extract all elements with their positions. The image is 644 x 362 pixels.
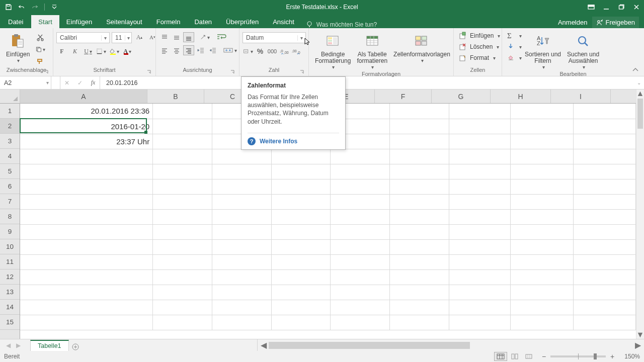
cell[interactable] [331, 224, 390, 239]
clipboard-dialog-launcher[interactable] [44, 69, 50, 75]
cell[interactable] [153, 134, 212, 149]
row-header[interactable]: 8 [0, 209, 20, 224]
cell[interactable] [573, 134, 635, 149]
underline-button[interactable]: U▾ [83, 46, 94, 56]
cell[interactable] [449, 315, 510, 330]
merge-center-button[interactable]: ▾ [222, 45, 237, 55]
cell[interactable] [510, 285, 573, 300]
cell[interactable] [20, 300, 153, 315]
scroll-down-icon[interactable]: ▼ [636, 331, 644, 339]
cell[interactable] [212, 254, 271, 269]
cell[interactable] [573, 300, 635, 315]
cell[interactable] [20, 224, 153, 239]
cell[interactable] [331, 164, 390, 179]
select-all-button[interactable] [0, 89, 20, 104]
number-dialog-launcher[interactable] [299, 69, 305, 75]
increase-indent-button[interactable] [207, 45, 218, 55]
cell[interactable] [153, 179, 212, 194]
maximize-icon[interactable] [614, 0, 629, 14]
cell[interactable] [510, 194, 573, 209]
cell[interactable] [20, 254, 153, 269]
cell[interactable] [573, 119, 635, 134]
share-button[interactable]: Freigeben [592, 17, 639, 28]
wrap-text-button[interactable] [214, 32, 229, 42]
minimize-icon[interactable] [599, 0, 614, 14]
enter-formula-button[interactable]: ✓ [73, 76, 87, 89]
hscroll-thumb[interactable] [269, 342, 470, 349]
row-header[interactable]: 9 [0, 224, 20, 239]
font-color-button[interactable]: A▾ [122, 46, 133, 56]
cell[interactable] [20, 285, 153, 300]
scroll-right-icon[interactable]: ▶ [634, 340, 642, 350]
cell[interactable] [510, 315, 573, 330]
cell[interactable] [390, 285, 449, 300]
increase-decimal-button[interactable]: ,0,00 [279, 46, 290, 56]
cell-styles-button[interactable]: Zellenformatvorlagen ▾ [390, 30, 453, 64]
redo-icon[interactable] [31, 4, 38, 11]
cell[interactable] [153, 239, 212, 254]
cell[interactable] [271, 285, 331, 300]
cell[interactable] [271, 224, 331, 239]
cell[interactable] [390, 194, 449, 209]
close-icon[interactable] [629, 0, 644, 14]
row-header[interactable]: 10 [0, 239, 20, 254]
font-size-combo[interactable]: 11▾ [112, 32, 132, 43]
cell[interactable] [212, 149, 271, 164]
cell[interactable]: 23:37 Uhr [20, 134, 153, 149]
cell[interactable] [510, 239, 573, 254]
tab-ueberpruefen[interactable]: Überprüfen [219, 15, 266, 28]
cell[interactable] [20, 194, 153, 209]
comma-format-button[interactable]: 000 [267, 46, 278, 56]
fill-color-button[interactable]: ▾ [109, 46, 120, 56]
collapse-ribbon-icon[interactable] [632, 67, 641, 74]
cell[interactable] [271, 269, 331, 285]
cell[interactable] [153, 164, 212, 179]
cell[interactable] [573, 179, 635, 194]
font-name-combo[interactable]: Calibri▾ [56, 32, 110, 43]
cell[interactable] [271, 254, 331, 269]
cell[interactable] [390, 315, 449, 330]
decrease-decimal-button[interactable]: ,00,0 [291, 46, 302, 56]
tab-daten[interactable]: Daten [187, 15, 219, 28]
cell[interactable] [390, 119, 449, 134]
cell[interactable] [153, 149, 212, 164]
chevron-down-icon[interactable]: ▾ [125, 35, 131, 41]
undo-icon[interactable] [18, 4, 25, 11]
number-format-combo[interactable]: Datum▾ [243, 32, 306, 43]
bold-button[interactable]: F [56, 46, 67, 56]
cell[interactable] [20, 179, 153, 194]
paste-button[interactable]: Einfügen ▾ [3, 30, 33, 64]
cell[interactable] [212, 315, 271, 330]
tab-formeln[interactable]: Formeln [149, 15, 188, 28]
cell[interactable] [390, 224, 449, 239]
cell[interactable] [153, 194, 212, 209]
row-header[interactable]: 5 [0, 164, 20, 179]
cell[interactable] [573, 269, 635, 285]
cell[interactable] [510, 269, 573, 285]
cell[interactable] [573, 164, 635, 179]
copy-button[interactable]: ▾ [35, 44, 46, 54]
cell[interactable] [573, 149, 635, 164]
cell[interactable] [271, 300, 331, 315]
column-header[interactable]: F [375, 89, 432, 103]
cell[interactable] [449, 285, 510, 300]
name-box[interactable]: A2▾ [0, 76, 51, 89]
cell[interactable] [573, 239, 635, 254]
cell[interactable] [20, 209, 153, 224]
row-header[interactable]: 7 [0, 194, 20, 209]
cell[interactable] [390, 209, 449, 224]
zoom-in-button[interactable]: + [609, 352, 616, 360]
save-icon[interactable] [5, 4, 12, 11]
cell[interactable] [271, 164, 331, 179]
cell[interactable] [510, 209, 573, 224]
chevron-down-icon[interactable]: ▾ [101, 35, 109, 41]
borders-button[interactable]: ▾ [96, 46, 107, 56]
cell[interactable] [271, 149, 331, 164]
cell[interactable] [510, 224, 573, 239]
cell[interactable] [212, 164, 271, 179]
cell[interactable] [449, 134, 510, 149]
cell[interactable] [449, 164, 510, 179]
cell[interactable] [153, 224, 212, 239]
conditional-formatting-button[interactable]: Bedingte Formatierung▾ [312, 30, 354, 71]
row-header[interactable]: 2 [0, 119, 20, 134]
